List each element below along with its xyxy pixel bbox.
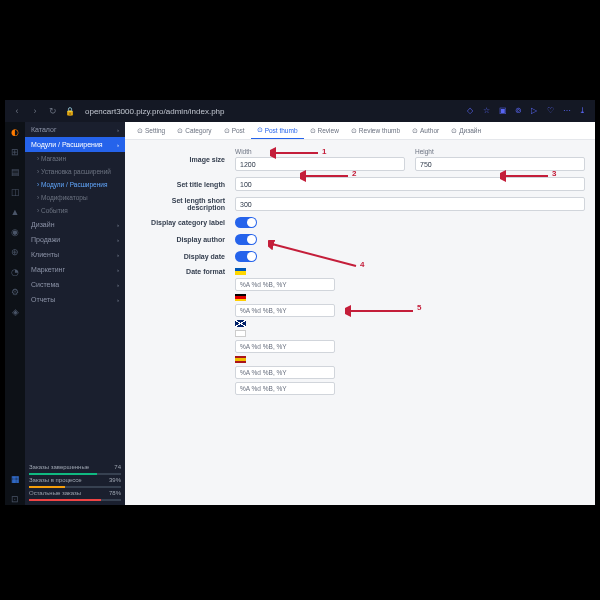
- label-date: Display date: [135, 253, 235, 260]
- label-author: Display author: [135, 236, 235, 243]
- date-format-input-de[interactable]: [235, 304, 335, 317]
- sidebar-item[interactable]: › Модули / Расширения: [25, 178, 125, 191]
- main-content: ⊙Setting⊙Category⊙Post⊙Post thumb⊙Review…: [125, 122, 595, 505]
- label-date-format: Date format: [135, 268, 235, 275]
- flag-es-icon: [235, 356, 246, 363]
- stat-label: Заказы в процессе: [29, 477, 82, 483]
- sidebar: Каталог›Модули / Расширения›› Магазин› У…: [25, 122, 125, 505]
- height-input[interactable]: [415, 157, 585, 171]
- action-icon[interactable]: ☆: [483, 106, 493, 116]
- label-category: Display category label: [135, 219, 235, 226]
- tab-bar: ⊙Setting⊙Category⊙Post⊙Post thumb⊙Review…: [125, 122, 595, 140]
- stat-label: Заказы завершенные: [29, 464, 89, 470]
- lock-icon: 🔒: [65, 107, 75, 116]
- date-format-input-uk[interactable]: [235, 340, 335, 353]
- flag-de-icon: [235, 294, 246, 301]
- rail-icon[interactable]: ◫: [9, 186, 21, 198]
- annotation-5: 5: [417, 303, 421, 312]
- tab[interactable]: ⊙Author: [406, 122, 445, 139]
- sidebar-item[interactable]: Клиенты›: [25, 247, 125, 262]
- tab[interactable]: ⊙Category: [171, 122, 217, 139]
- sidebar-item[interactable]: Каталог›: [25, 122, 125, 137]
- sidebar-item[interactable]: › Установка расширений: [25, 165, 125, 178]
- stat-val: 39%: [109, 477, 121, 483]
- rail-icon[interactable]: ⊞: [9, 146, 21, 158]
- rail-icon[interactable]: ▤: [9, 166, 21, 178]
- sidebar-stats: Заказы завершенные74 Заказы в процессе39…: [25, 458, 125, 505]
- flag-si-icon: [235, 330, 246, 337]
- short-desc-input[interactable]: [235, 197, 585, 211]
- rail-icon[interactable]: ⊕: [9, 246, 21, 258]
- label-width: Width: [235, 148, 405, 155]
- browser-topbar: ‹ › ↻ 🔒 opencart3000.pizy.pro/admin/inde…: [5, 100, 595, 122]
- flag-ua-icon: [235, 268, 246, 275]
- sidebar-item[interactable]: Отчеты›: [25, 292, 125, 307]
- label-short-desc: Set length short description: [135, 197, 235, 211]
- sidebar-item[interactable]: › Модификаторы: [25, 191, 125, 204]
- category-toggle[interactable]: [235, 217, 257, 228]
- rail-icon[interactable]: ▦: [9, 473, 21, 485]
- sidebar-item[interactable]: Модули / Расширения›: [25, 137, 125, 152]
- sidebar-item[interactable]: Система›: [25, 277, 125, 292]
- author-toggle[interactable]: [235, 234, 257, 245]
- action-icon[interactable]: ⤓: [579, 106, 589, 116]
- width-input[interactable]: [235, 157, 405, 171]
- action-icon[interactable]: ♡: [547, 106, 557, 116]
- rail-icon[interactable]: ⊡: [9, 493, 21, 505]
- flag-uk-icon: [235, 320, 246, 327]
- label-title-length: Set title length: [135, 181, 235, 188]
- rail-icon[interactable]: ◉: [9, 226, 21, 238]
- topbar-actions: ◇ ☆ ▣ ⊚ ▷ ♡ ⋯ ⤓: [467, 106, 589, 116]
- tab[interactable]: ⊙Review: [304, 122, 345, 139]
- reload-icon[interactable]: ↻: [47, 105, 59, 117]
- url-text: opencart3000.pizy.pro/admin/index.php: [85, 107, 225, 116]
- sidebar-item[interactable]: › Магазин: [25, 152, 125, 165]
- date-toggle[interactable]: [235, 251, 257, 262]
- form-panel: Image size Width Height Set title length: [125, 140, 595, 409]
- action-icon[interactable]: ◇: [467, 106, 477, 116]
- annotation-1: 1: [322, 147, 326, 156]
- title-length-input[interactable]: [235, 177, 585, 191]
- sidebar-item[interactable]: › События: [25, 204, 125, 217]
- rail-icon[interactable]: ▲: [9, 206, 21, 218]
- date-format-input-pt[interactable]: [235, 382, 335, 395]
- stat-label: Остальные заказы: [29, 490, 81, 496]
- annotation-2: 2: [352, 169, 356, 178]
- tab[interactable]: ⊙Post: [218, 122, 251, 139]
- action-icon[interactable]: ▷: [531, 106, 541, 116]
- rail-icon[interactable]: ⚙: [9, 286, 21, 298]
- tab[interactable]: ⊙Дизайн: [445, 122, 487, 139]
- back-icon[interactable]: ‹: [11, 105, 23, 117]
- rail-icon[interactable]: ◐: [9, 126, 21, 138]
- date-format-input-es[interactable]: [235, 366, 335, 379]
- rail-icon[interactable]: ◈: [9, 306, 21, 318]
- sidebar-item[interactable]: Продажи›: [25, 232, 125, 247]
- icon-rail: ◐ ⊞ ▤ ◫ ▲ ◉ ⊕ ◔ ⚙ ◈ ▦ ⊡: [5, 122, 25, 505]
- annotation-4: 4: [360, 260, 364, 269]
- label-image-size: Image size: [135, 156, 235, 163]
- forward-icon[interactable]: ›: [29, 105, 41, 117]
- sidebar-item[interactable]: Маркетинг›: [25, 262, 125, 277]
- action-icon[interactable]: ▣: [499, 106, 509, 116]
- tab[interactable]: ⊙Setting: [131, 122, 171, 139]
- action-icon[interactable]: ⋯: [563, 106, 573, 116]
- sidebar-item[interactable]: Дизайн›: [25, 217, 125, 232]
- stat-val: 78%: [109, 490, 121, 496]
- annotation-3: 3: [552, 169, 556, 178]
- tab[interactable]: ⊙Review thumb: [345, 122, 406, 139]
- action-icon[interactable]: ⊚: [515, 106, 525, 116]
- stat-val: 74: [114, 464, 121, 470]
- rail-icon[interactable]: ◔: [9, 266, 21, 278]
- label-height: Height: [415, 148, 585, 155]
- date-format-input-ua[interactable]: [235, 278, 335, 291]
- tab[interactable]: ⊙Post thumb: [251, 122, 304, 139]
